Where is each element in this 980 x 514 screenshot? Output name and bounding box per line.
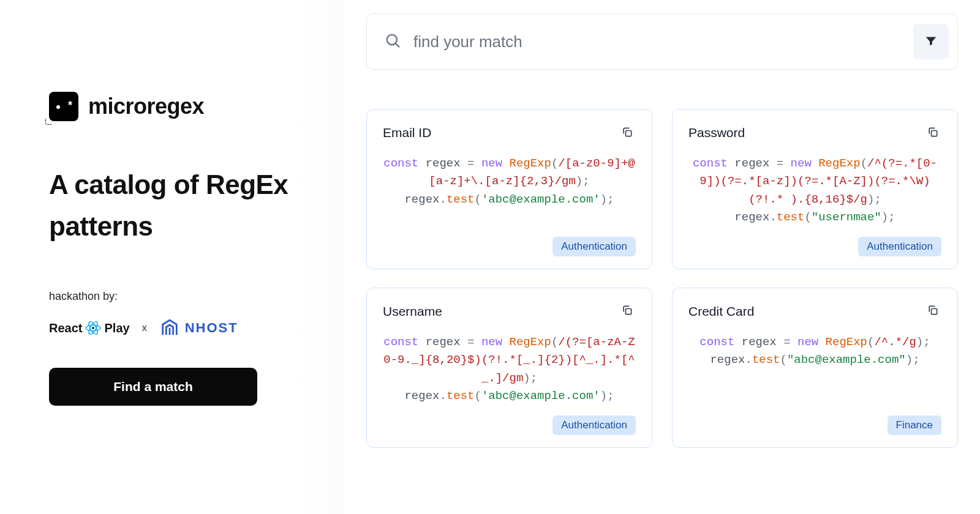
copy-button[interactable] bbox=[619, 303, 636, 320]
tag[interactable]: Authentication bbox=[552, 237, 636, 256]
code-snippet: const regex = new RegExp(/^.*/g); regex.… bbox=[688, 333, 941, 406]
search-bar bbox=[366, 13, 958, 70]
search-input[interactable] bbox=[413, 32, 901, 51]
sponsor-nhost-text: NHOST bbox=[185, 320, 238, 336]
code-snippet: const regex = new RegExp(/^(?=.*[0-9])(?… bbox=[688, 155, 941, 227]
tag[interactable]: Authentication bbox=[858, 237, 941, 256]
sponsor-react-text1: React bbox=[49, 321, 82, 335]
copy-button[interactable] bbox=[619, 124, 636, 141]
svg-rect-7 bbox=[626, 130, 631, 136]
code-snippet: const regex = new RegExp(/(?=[a-zA-Z0-9.… bbox=[383, 333, 636, 406]
cards-grid: Email ID const regex = new RegExp(/[a-z0… bbox=[366, 109, 958, 448]
copy-icon bbox=[927, 304, 939, 318]
card-creditcard: Credit Card const regex = new RegExp(/^.… bbox=[672, 288, 958, 448]
tag[interactable]: Authentication bbox=[552, 415, 636, 435]
find-match-button[interactable]: Find a match bbox=[49, 368, 257, 406]
card-email: Email ID const regex = new RegExp(/[a-z0… bbox=[366, 109, 652, 269]
sponsor-separator: x bbox=[142, 322, 147, 333]
card-password: Password const regex = new RegExp(/^(?=.… bbox=[672, 109, 958, 269]
code-snippet: const regex = new RegExp(/[a-z0-9]+@[a-z… bbox=[383, 155, 636, 227]
sponsor-nhost: NHOST bbox=[159, 318, 238, 338]
copy-icon bbox=[621, 126, 633, 140]
sponsor-row: React Play x NHOST bbox=[49, 318, 295, 338]
logo-row: * microregex bbox=[49, 92, 295, 121]
filter-button[interactable] bbox=[913, 24, 949, 59]
copy-button[interactable] bbox=[924, 303, 941, 320]
svg-line-6 bbox=[396, 43, 399, 47]
svg-rect-9 bbox=[626, 309, 631, 315]
nhost-icon bbox=[159, 318, 180, 338]
sponsor-react-text2: Play bbox=[104, 321, 129, 335]
hackathon-label: hackathon by: bbox=[49, 290, 295, 303]
filter-icon bbox=[924, 34, 938, 50]
brand-name: microregex bbox=[88, 94, 204, 119]
headline: A catalog of RegEx patterns bbox=[49, 164, 295, 247]
card-title: Username bbox=[383, 304, 442, 319]
card-title: Email ID bbox=[383, 125, 431, 140]
logo-icon: * bbox=[49, 92, 78, 121]
copy-icon bbox=[621, 304, 633, 318]
tag[interactable]: Finance bbox=[888, 415, 941, 435]
sponsor-reactplay: React Play bbox=[49, 319, 130, 337]
card-title: Credit Card bbox=[688, 304, 754, 319]
search-icon bbox=[384, 32, 401, 51]
card-username: Username const regex = new RegExp(/(?=[a… bbox=[366, 288, 652, 448]
copy-icon bbox=[927, 126, 939, 140]
card-title: Password bbox=[688, 125, 745, 140]
react-icon bbox=[85, 319, 102, 337]
svg-rect-8 bbox=[932, 130, 937, 136]
main-panel: Email ID const regex = new RegExp(/[a-z0… bbox=[344, 0, 980, 514]
copy-button[interactable] bbox=[924, 124, 941, 141]
sidebar: * microregex A catalog of RegEx patterns… bbox=[0, 0, 344, 514]
svg-rect-10 bbox=[932, 309, 937, 315]
